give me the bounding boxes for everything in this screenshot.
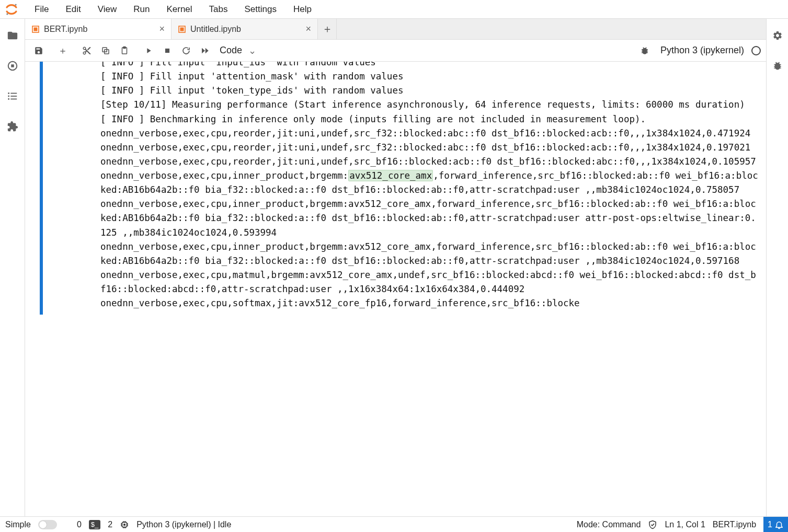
add-tab-button[interactable]: ＋ [318, 19, 337, 39]
notebook-toolbar: ＋ Code ⌄ Python 3 (ipykernel) [25, 40, 766, 62]
tab-label: BERT.ipynb [44, 25, 87, 34]
svg-rect-5 [10, 93, 17, 94]
cell-output[interactable]: [ INFO ] Fill input 'input_ids' with ran… [43, 62, 766, 315]
notifications[interactable]: 1 [763, 517, 788, 532]
tab-label: Untitled.ipynb [190, 25, 241, 34]
notebook-icon [31, 25, 40, 33]
jupyter-logo[interactable] [4, 2, 19, 17]
extensions-icon[interactable] [6, 120, 19, 133]
app-root: File Edit View Run Kernel Tabs Settings … [0, 0, 788, 532]
running-icon[interactable] [6, 60, 19, 72]
highlight-text: avx512_core_amx [348, 170, 433, 181]
stop-button[interactable] [159, 42, 176, 59]
restart-button[interactable] [178, 42, 195, 59]
menu-file[interactable]: File [27, 1, 56, 18]
copy-button[interactable] [97, 42, 114, 59]
menu-edit[interactable]: Edit [58, 1, 88, 18]
center-panel: BERT.ipynb × Untitled.ipynb × ＋ ＋ [25, 19, 766, 516]
notif-count: 1 [768, 520, 772, 529]
svg-rect-20 [123, 524, 125, 526]
svg-rect-9 [10, 99, 17, 100]
svg-rect-18 [165, 48, 169, 52]
menu-view[interactable]: View [90, 1, 124, 18]
kernels-count[interactable]: 2 [108, 520, 112, 529]
menu-run[interactable]: Run [126, 1, 157, 18]
save-button[interactable] [30, 42, 47, 59]
svg-rect-11 [34, 27, 38, 31]
chevron-down-icon: ⌄ [248, 45, 256, 56]
left-sidebar [0, 19, 25, 516]
kernel-status[interactable]: Python 3 (ipykernel) | Idle [136, 520, 231, 529]
terminal-icon[interactable]: $_ [89, 520, 100, 529]
status-file[interactable]: BERT.ipynb [713, 520, 756, 529]
celltype-label: Code [220, 45, 242, 56]
right-sidebar [766, 19, 788, 516]
cursor-pos: Ln 1, Col 1 [665, 520, 705, 529]
svg-rect-17 [123, 47, 126, 48]
folder-icon[interactable] [6, 29, 19, 42]
notebook-scroll[interactable]: [ INFO ] Fill input 'input_ids' with ran… [25, 62, 766, 516]
svg-rect-7 [10, 96, 17, 97]
notebook-icon [178, 25, 186, 33]
simple-toggle[interactable] [38, 520, 57, 529]
svg-point-8 [8, 98, 9, 100]
close-icon[interactable]: × [159, 24, 165, 34]
chip-icon[interactable] [120, 520, 129, 529]
close-icon[interactable]: × [305, 24, 311, 34]
bug-icon[interactable] [636, 42, 653, 59]
menu-help[interactable]: Help [286, 1, 319, 18]
svg-rect-3 [11, 64, 14, 67]
paste-button[interactable] [116, 42, 133, 59]
mode-label: Mode: Command [577, 520, 641, 529]
notebook-body: [ INFO ] Fill input 'input_ids' with ran… [25, 62, 766, 516]
menu-settings[interactable]: Settings [237, 1, 284, 18]
celltype-select[interactable]: Code ⌄ [220, 45, 256, 56]
simple-label: Simple [5, 520, 31, 529]
svg-rect-13 [180, 27, 184, 31]
main-row: BERT.ipynb × Untitled.ipynb × ＋ ＋ [0, 19, 788, 516]
cut-button[interactable] [78, 42, 95, 59]
svg-point-4 [8, 92, 9, 94]
svg-point-0 [15, 4, 17, 5]
menu-tabs[interactable]: Tabs [202, 1, 235, 18]
output-cell: [ INFO ] Fill input 'input_ids' with ran… [25, 62, 766, 315]
run-button[interactable] [140, 42, 157, 59]
svg-point-1 [6, 13, 8, 15]
gears-icon[interactable] [771, 29, 784, 42]
kernel-name[interactable]: Python 3 (ipykernel) [660, 45, 744, 56]
debugger-icon[interactable] [771, 60, 784, 72]
tabbar: BERT.ipynb × Untitled.ipynb × ＋ [25, 19, 766, 40]
tab-bert[interactable]: BERT.ipynb × [25, 19, 172, 39]
add-cell-button[interactable]: ＋ [54, 42, 71, 59]
menu-kernel[interactable]: Kernel [159, 1, 199, 18]
statusbar: Simple 0 $_ 2 Python 3 (ipykernel) | Idl… [0, 516, 788, 532]
tab-untitled[interactable]: Untitled.ipynb × [172, 19, 318, 39]
kernel-status-icon[interactable] [751, 46, 761, 55]
toc-icon[interactable] [6, 90, 19, 102]
run-all-button[interactable] [197, 42, 213, 59]
svg-point-6 [8, 96, 9, 97]
trusted-icon[interactable] [648, 520, 657, 529]
terminals-count[interactable]: 0 [77, 520, 82, 529]
menubar: File Edit View Run Kernel Tabs Settings … [0, 0, 788, 19]
